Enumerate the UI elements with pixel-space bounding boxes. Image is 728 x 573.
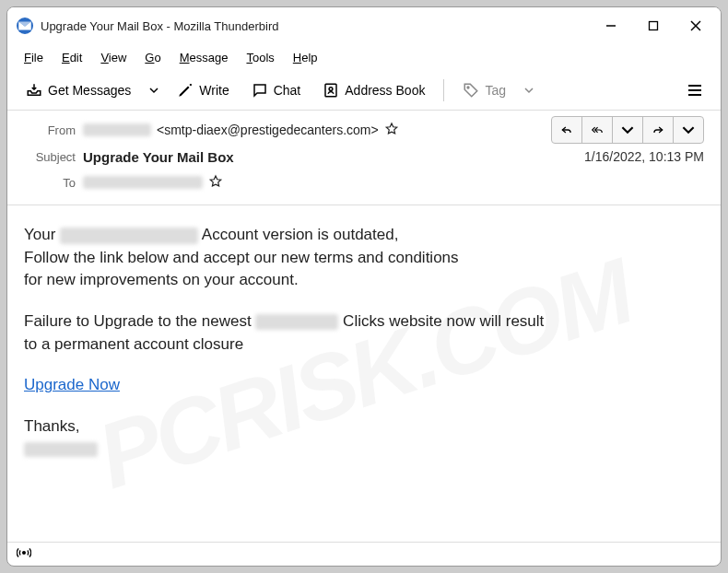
- menu-help[interactable]: Help: [286, 48, 325, 67]
- reply-button[interactable]: [551, 116, 582, 144]
- forward-icon: [652, 123, 664, 136]
- write-label: Write: [199, 83, 229, 98]
- message-body: PCRISK.COM Your Account version is outda…: [7, 205, 721, 542]
- reply-all-dropdown[interactable]: [612, 116, 643, 144]
- maximize-button[interactable]: [632, 11, 675, 41]
- star-icon: [208, 174, 223, 189]
- menu-go[interactable]: Go: [137, 48, 168, 67]
- message-header: From <smtp-diaex@prestigedecanters.com>: [7, 111, 721, 205]
- redacted-from-name: [83, 123, 151, 136]
- minimize-button[interactable]: [590, 11, 632, 41]
- message-actions: [551, 116, 704, 144]
- svg-rect-1: [650, 22, 658, 30]
- star-recipient-button[interactable]: [208, 174, 223, 192]
- reply-icon: [560, 123, 573, 136]
- chat-label: Chat: [274, 83, 301, 98]
- hamburger-icon: [687, 82, 703, 99]
- tag-button[interactable]: Tag: [453, 76, 515, 105]
- tag-icon: [463, 82, 479, 99]
- subject-value: Upgrade Your Mail Box: [83, 149, 234, 165]
- svg-point-6: [468, 87, 470, 88]
- chevron-down-icon: [682, 123, 695, 136]
- forward-button[interactable]: [642, 116, 674, 144]
- statusbar: [7, 542, 721, 566]
- window-title: Upgrade Your Mail Box - Mozilla Thunderb…: [41, 19, 278, 33]
- address-book-button[interactable]: Address Book: [313, 76, 434, 105]
- chat-button[interactable]: Chat: [242, 76, 311, 105]
- from-label: From: [24, 123, 76, 137]
- tag-label: Tag: [485, 83, 506, 98]
- address-book-icon: [323, 82, 339, 99]
- titlebar: Upgrade Your Mail Box - Mozilla Thunderb…: [7, 7, 721, 44]
- write-button[interactable]: Write: [168, 76, 238, 105]
- to-value: [83, 174, 223, 192]
- star-icon: [384, 122, 399, 136]
- reply-all-button[interactable]: [581, 116, 613, 144]
- more-actions-button[interactable]: [673, 116, 704, 144]
- get-messages-button[interactable]: Get Messages: [17, 76, 140, 105]
- menu-file[interactable]: File: [17, 48, 51, 67]
- toolbar: Get Messages Write Chat Address Book Tag: [7, 70, 721, 111]
- redacted-signature: [24, 442, 98, 457]
- chevron-down-icon: [524, 86, 534, 95]
- app-menu-button[interactable]: [678, 76, 711, 105]
- menu-view[interactable]: View: [93, 48, 134, 67]
- inbox-download-icon: [26, 82, 42, 99]
- body-line-3: for new improvements on your account.: [24, 269, 704, 292]
- menu-tools[interactable]: Tools: [239, 48, 281, 67]
- body-line-5: to a permanent account closure: [24, 333, 704, 357]
- menu-edit[interactable]: Edit: [54, 48, 89, 67]
- menubar: File Edit View Go Message Tools Help: [7, 44, 721, 70]
- redacted-domain-2: [255, 314, 338, 330]
- close-button[interactable]: [675, 11, 717, 41]
- thunderbird-icon: [17, 18, 33, 34]
- chevron-down-icon: [149, 86, 159, 95]
- body-line-1: Your Account version is outdated,: [24, 224, 704, 247]
- get-messages-dropdown[interactable]: [144, 76, 164, 105]
- get-messages-label: Get Messages: [48, 83, 131, 98]
- from-email: <smtp-diaex@prestigedecanters.com>: [157, 123, 379, 137]
- redacted-domain-1: [60, 228, 198, 244]
- svg-point-10: [23, 551, 26, 554]
- window-frame: Upgrade Your Mail Box - Mozilla Thunderb…: [6, 6, 722, 567]
- window-controls: [590, 11, 717, 41]
- redacted-to-email: [83, 176, 203, 189]
- tag-dropdown[interactable]: [519, 76, 539, 105]
- menu-message[interactable]: Message: [172, 48, 236, 67]
- upgrade-now-link[interactable]: Upgrade Now: [24, 376, 120, 393]
- address-book-label: Address Book: [345, 83, 425, 98]
- pencil-icon: [177, 82, 194, 99]
- to-label: To: [24, 176, 76, 190]
- from-value: <smtp-diaex@prestigedecanters.com>: [83, 122, 399, 139]
- chat-icon: [252, 82, 268, 99]
- svg-point-5: [329, 87, 333, 90]
- body-line-4: Failure to Upgrade to the newest Clicks …: [24, 310, 704, 333]
- toolbar-separator: [443, 79, 444, 101]
- connection-status-icon[interactable]: [17, 545, 31, 564]
- star-contact-button[interactable]: [384, 122, 399, 139]
- subject-label: Subject: [24, 150, 76, 164]
- reply-all-icon: [591, 123, 604, 136]
- body-line-2: Follow the link below and accept our new…: [24, 247, 704, 270]
- body-thanks: Thanks,: [24, 415, 704, 439]
- message-date: 1/16/2022, 10:13 PM: [584, 149, 704, 164]
- chevron-down-icon: [621, 123, 634, 136]
